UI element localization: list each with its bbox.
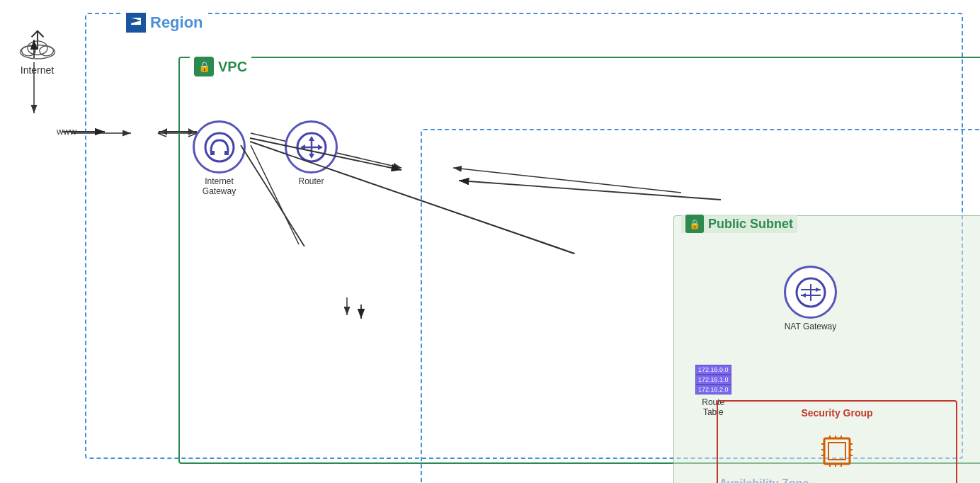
svg-rect-37 [828,443,845,460]
az-box: Availability Zone 🔒 Public Subnet [421,129,980,483]
public-subnet-label: 🔒 Public Subnet [681,215,797,233]
svg-rect-22 [224,151,229,155]
vpc-label: 🔒 VPC [190,57,251,76]
public-route-row-1: 172.16.0.0 [695,365,731,375]
region-label: Region [122,13,207,33]
public-ec2-icon [816,430,858,475]
igw-container: InternetGateway [193,120,246,196]
router-icon [285,120,338,174]
router-container: Router [285,120,338,186]
svg-marker-29 [318,144,323,150]
svg-marker-28 [300,144,305,150]
svg-marker-34 [801,293,806,297]
svg-rect-21 [210,151,215,155]
diagram-container: Internet www Region 🔒 VPC [0,0,980,483]
public-route-row-3: 172.16.2.0 [695,385,731,394]
region-box: Region 🔒 VPC InternetGate [85,13,963,459]
public-subnet-text: Public Subnet [708,217,793,232]
nat-label: NAT Gateway [784,322,837,331]
public-route-row-2: 172.16.1.0 [695,375,731,385]
public-subnet-icon: 🔒 [685,215,704,233]
public-subnet: 🔒 Public Subnet [673,215,980,483]
vpc-box: 🔒 VPC InternetGateway [178,57,980,464]
vpc-text: VPC [218,59,247,75]
nat-icon [784,266,837,319]
cloud-icon [13,21,62,60]
public-security-group: Security Group [717,400,957,483]
igw-label: InternetGateway [193,176,246,196]
svg-marker-27 [309,154,314,159]
vpc-icon: 🔒 [194,57,214,76]
public-sg-label: Security Group [801,407,872,419]
svg-marker-26 [309,136,314,141]
region-flag-icon [126,13,146,33]
www-label: www [57,126,76,137]
igw-icon [193,120,246,174]
region-text: Region [150,13,203,32]
router-label: Router [285,176,338,186]
svg-point-20 [205,133,234,161]
public-route-rows: 172.16.0.0 172.16.1.0 172.16.2.0 [695,365,731,394]
nat-container: NAT Gateway [784,266,837,331]
svg-marker-32 [816,288,821,292]
internet-label: Internet [7,64,67,76]
internet-cloud: Internet [7,21,67,76]
